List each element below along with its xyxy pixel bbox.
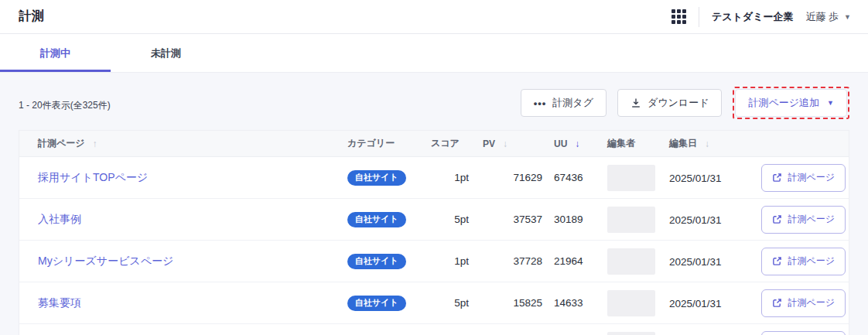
top-header-bar: 計測 テストダミー企業 近藤 歩 ▼ bbox=[0, 0, 868, 34]
score-value: 5pt bbox=[425, 214, 474, 225]
sort-asc-icon: ↑ bbox=[93, 138, 97, 149]
editor-redacted-box bbox=[607, 290, 655, 316]
external-link-icon bbox=[772, 256, 782, 266]
download-button[interactable]: ダウンロード bbox=[617, 89, 723, 117]
category-badge: 自社サイト bbox=[347, 296, 406, 311]
company-name: テストダミー企業 bbox=[712, 10, 794, 24]
tab-unmeasured-label: 未計測 bbox=[151, 46, 181, 60]
open-measure-page-label: 計測ページ bbox=[788, 213, 835, 226]
table-row: Myシリーズサービスページ 自社サイト 1pt 37728 21964 2025… bbox=[19, 241, 849, 282]
page-title: 計測 bbox=[19, 9, 44, 25]
category-badge: 自社サイト bbox=[347, 170, 406, 186]
tab-bar: 計測中 未計測 bbox=[0, 34, 868, 73]
ellipsis-icon: ••• bbox=[534, 97, 547, 109]
tab-unmeasured[interactable]: 未計測 bbox=[111, 34, 221, 72]
editor-redacted-box bbox=[607, 207, 655, 233]
add-measure-page-label: 計測ページ追加 bbox=[748, 96, 819, 110]
measure-tag-button[interactable]: ••• 計測タグ bbox=[521, 89, 607, 117]
apps-grid-icon[interactable] bbox=[672, 9, 686, 24]
table-row: 募集要項 自社サイト 5pt 15825 14633 2025/01/31 bbox=[19, 282, 849, 324]
pv-value: 71629 bbox=[474, 172, 545, 183]
edit-date: 2025/01/31 bbox=[669, 256, 722, 268]
pv-value: 37537 bbox=[474, 214, 545, 225]
add-button-highlight-outline: 計測ページ追加 ▼ bbox=[733, 87, 849, 119]
table-row: 採用サイトTOPページ 自社サイト 1pt 71629 67436 2025/0… bbox=[19, 157, 849, 199]
chevron-down-icon: ▼ bbox=[844, 13, 851, 21]
sort-desc-icon: ↓ bbox=[503, 138, 507, 149]
measure-tag-label: 計測タグ bbox=[552, 96, 593, 110]
column-header-uu[interactable]: UU ↓ bbox=[545, 138, 601, 149]
header-divider bbox=[699, 7, 699, 27]
add-measure-page-button[interactable]: 計測ページ追加 ▼ bbox=[735, 89, 847, 117]
table-row: 入社事例 自社サイト 5pt 37537 30189 2025/01/31 bbox=[19, 199, 849, 241]
sort-desc-icon: ↓ bbox=[705, 138, 709, 149]
column-header-page[interactable]: 計測ページ ↑ bbox=[19, 137, 347, 150]
table-toolbar: 1 - 20件表示(全325件) ••• 計測タグ ダウンロード 計測ページ追加 bbox=[19, 87, 849, 119]
column-header-category: カテゴリー bbox=[347, 137, 425, 150]
category-badge: 自社サイト bbox=[347, 212, 406, 227]
score-value: 1pt bbox=[425, 255, 474, 267]
uu-value: 30189 bbox=[545, 214, 601, 225]
edit-date: 2025/01/31 bbox=[669, 298, 722, 309]
pv-value: 15825 bbox=[474, 297, 545, 309]
open-measure-page-label: 計測ページ bbox=[788, 171, 835, 184]
uu-value: 67436 bbox=[545, 172, 601, 183]
open-measure-page-button[interactable]: 計測ページ bbox=[761, 248, 846, 275]
editor-redacted-box bbox=[607, 165, 655, 191]
category-badge: 自社サイト bbox=[347, 254, 406, 269]
table-header-row: 計測ページ ↑ カテゴリー スコア PV ↓ UU ↓ 編集者 編集日 bbox=[19, 131, 849, 157]
open-measure-page-button[interactable]: 計測ページ bbox=[761, 164, 846, 192]
user-menu[interactable]: 近藤 歩 ▼ bbox=[805, 10, 851, 24]
score-value: 5pt bbox=[425, 297, 474, 309]
column-header-score: スコア bbox=[425, 137, 474, 150]
measure-page-link[interactable]: 入社事例 bbox=[38, 213, 81, 225]
measure-page-link[interactable]: Myシリーズサービスページ bbox=[38, 255, 173, 267]
user-name: 近藤 歩 bbox=[805, 10, 839, 24]
table-row: 事業・サービスについて 自社サイト 1pt 12096 10981 2025/0… bbox=[19, 324, 849, 335]
column-header-editor: 編集者 bbox=[601, 137, 663, 150]
external-link-icon bbox=[772, 173, 782, 183]
measure-page-link[interactable]: 採用サイトTOPページ bbox=[38, 171, 148, 183]
edit-date: 2025/01/31 bbox=[669, 214, 722, 226]
open-measure-page-label: 計測ページ bbox=[788, 296, 835, 309]
main-content: 1 - 20件表示(全325件) ••• 計測タグ ダウンロード 計測ページ追加 bbox=[0, 73, 868, 335]
edit-date: 2025/01/31 bbox=[669, 173, 722, 184]
editor-redacted-box bbox=[607, 332, 655, 335]
editor-redacted-box bbox=[607, 248, 655, 275]
result-count: 1 - 20件表示(全325件) bbox=[19, 99, 111, 119]
open-measure-page-button[interactable]: 計測ページ bbox=[761, 331, 846, 335]
measure-pages-table: 計測ページ ↑ カテゴリー スコア PV ↓ UU ↓ 編集者 編集日 bbox=[19, 130, 849, 335]
external-link-icon bbox=[772, 214, 782, 224]
sort-desc-active-icon: ↓ bbox=[575, 138, 579, 149]
column-header-date[interactable]: 編集日 ↓ bbox=[663, 137, 759, 150]
open-measure-page-label: 計測ページ bbox=[788, 255, 835, 268]
chevron-down-icon: ▼ bbox=[827, 99, 834, 107]
open-measure-page-button[interactable]: 計測ページ bbox=[761, 289, 846, 317]
tab-measuring-label: 計測中 bbox=[40, 46, 70, 60]
column-header-pv[interactable]: PV ↓ bbox=[474, 138, 545, 149]
pv-value: 37728 bbox=[474, 255, 545, 267]
download-icon bbox=[630, 97, 641, 108]
table-body: 採用サイトTOPページ 自社サイト 1pt 71629 67436 2025/0… bbox=[19, 157, 849, 335]
uu-value: 21964 bbox=[545, 255, 601, 267]
open-measure-page-button[interactable]: 計測ページ bbox=[761, 206, 846, 234]
uu-value: 14633 bbox=[545, 297, 601, 309]
external-link-icon bbox=[772, 298, 782, 308]
download-label: ダウンロード bbox=[648, 96, 709, 110]
measure-page-link[interactable]: 募集要項 bbox=[38, 296, 81, 309]
tab-measuring[interactable]: 計測中 bbox=[0, 34, 111, 72]
score-value: 1pt bbox=[425, 172, 474, 183]
